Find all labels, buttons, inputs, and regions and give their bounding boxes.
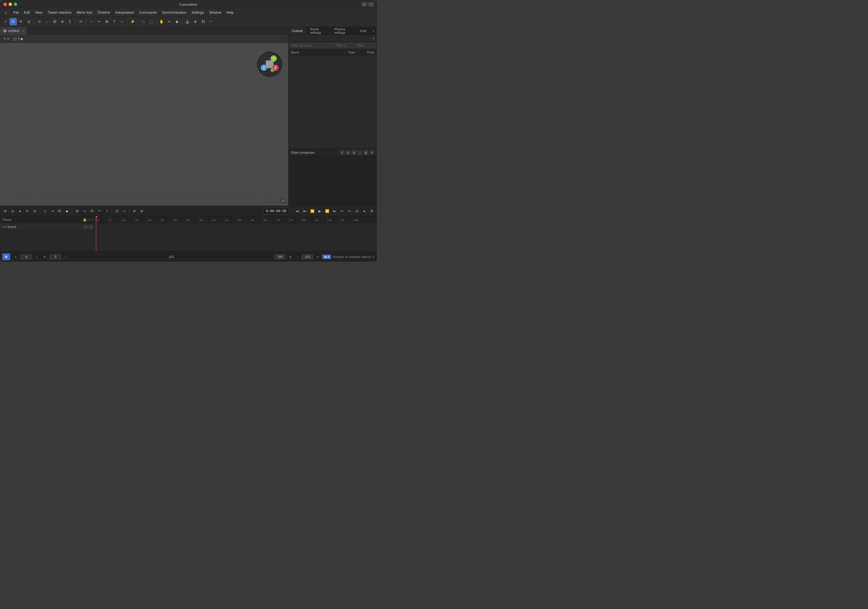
run-btn[interactable]: ⚡ — [129, 18, 136, 25]
hand-tool-btn[interactable]: ✋ — [158, 18, 165, 25]
filter-by-type-input[interactable] — [334, 43, 355, 48]
menu-edit[interactable]: Edit — [22, 10, 32, 15]
obj-prop-btn-1[interactable]: ⊞ — [339, 150, 344, 155]
eye-icon[interactable]: □ — [88, 218, 90, 222]
menu-view[interactable]: View — [33, 10, 45, 15]
connect-btn[interactable]: ⊕ — [192, 18, 199, 25]
frame-value-input[interactable] — [50, 254, 61, 260]
prev-frame-btn[interactable]: ⏪ — [309, 208, 316, 215]
tl-ik3-btn[interactable]: IK — [88, 208, 96, 215]
ik-status-btn[interactable]: IK — [2, 253, 10, 260]
filter-input-3[interactable] — [355, 43, 376, 48]
tl-settings-btn[interactable]: ⚙ — [2, 208, 9, 215]
chain-btn[interactable]: ⛓ — [199, 18, 207, 25]
arrow-tool-btn[interactable]: ↔ — [87, 18, 95, 25]
menu-window[interactable]: Window — [207, 10, 223, 15]
tab-close-btn[interactable]: × — [22, 29, 24, 32]
timeline-content[interactable] — [96, 223, 377, 251]
menu-commands[interactable]: Commands — [137, 10, 159, 15]
tl-ik-btn[interactable]: IK — [56, 208, 63, 215]
tl-split-btn[interactable]: ⇿ — [121, 208, 128, 215]
viewport-zoom-btn[interactable]: ⊞ — [280, 198, 286, 203]
menu-help[interactable]: Help — [224, 10, 236, 15]
next-frame-nav[interactable]: › — [63, 253, 69, 260]
panel-tabs-more[interactable]: » — [370, 28, 377, 34]
menu-file[interactable]: File — [11, 10, 21, 15]
sb-plus2-btn[interactable]: + — [314, 253, 321, 260]
minimize-button[interactable] — [9, 3, 12, 6]
home-menu[interactable]: ⌂ — [2, 9, 9, 16]
play-back-btn[interactable]: ⏮ — [294, 208, 301, 215]
viewport-tab[interactable]: untitled × — [0, 27, 28, 35]
tl-circle-btn[interactable]: ◎ — [9, 208, 16, 215]
tab-ever[interactable]: Ever — [357, 27, 370, 34]
layout-btn[interactable]: ⊞ — [361, 2, 367, 6]
tl-loop-btn[interactable]: ↻ — [24, 208, 31, 215]
magnet-btn[interactable]: ⊕ — [59, 18, 66, 25]
timeline-ruler[interactable]: 0 5 10 15 20 25 30 35 40 45 50 55 60 65 … — [96, 216, 377, 223]
z-axis-label[interactable]: Z — [261, 65, 267, 71]
tab-scene-settings[interactable]: Scene settings — [307, 27, 331, 34]
fps-input[interactable] — [274, 254, 286, 260]
menu-timeline[interactable]: Timeline — [95, 10, 112, 15]
viewport[interactable]: Y X Z ⊞ — [0, 43, 288, 206]
anchor-btn[interactable]: ⚓ — [184, 18, 191, 25]
tl-wave-btn[interactable]: 〜 — [96, 208, 103, 215]
curve-btn[interactable]: 〜 — [95, 18, 102, 25]
menu-settings[interactable]: Settings — [189, 10, 206, 15]
snap-btn[interactable]: ⟂ — [43, 18, 51, 25]
select-tool-btn[interactable]: ⤢ — [2, 18, 9, 25]
step-back-btn[interactable]: ⏭ — [301, 208, 308, 215]
scene-btn-1[interactable]: □ — [84, 224, 88, 229]
scissors-btn[interactable]: ✂ — [166, 18, 173, 25]
menu-mirror[interactable]: Mirror tool — [74, 10, 95, 15]
bbox-btn[interactable]: □ — [140, 18, 147, 25]
maximize-button[interactable] — [14, 3, 17, 6]
tl-crop-btn[interactable]: ⊡ — [113, 208, 120, 215]
lock-icon[interactable]: 🔒 — [83, 218, 87, 222]
sync-btn[interactable]: ⇄ — [353, 208, 360, 215]
close-button[interactable] — [3, 3, 7, 6]
panel-menu-btn[interactable]: ≡ — [372, 36, 375, 40]
frame-input[interactable] — [20, 254, 32, 260]
prev-frame-nav[interactable]: ‹ — [34, 253, 39, 260]
viewport-select-btn[interactable]: ↖ ▼ — [2, 36, 11, 42]
point-btn[interactable]: ◆ — [173, 18, 181, 25]
undo-btn[interactable]: ↺ — [77, 18, 84, 25]
sb-list-btn[interactable]: ≡ — [41, 253, 48, 260]
tl-record-btn[interactable]: ● — [17, 208, 23, 215]
obj-prop-btn-6[interactable]: ⊕ — [369, 150, 375, 155]
grid-btn[interactable]: ⊞ — [51, 18, 58, 25]
wave-btn[interactable]: 〰 — [207, 18, 214, 25]
menu-tween[interactable]: Tween machine — [45, 10, 74, 15]
play-btn[interactable]: ▶ — [316, 208, 323, 215]
select-icon[interactable]: □ — [91, 218, 93, 222]
menu-interpolation[interactable]: Interpolation — [113, 10, 136, 15]
tab-outliner[interactable]: Outliner — [288, 27, 307, 34]
next-frame-btn[interactable]: ⏩ — [324, 208, 330, 215]
rotate-tool-btn[interactable]: R — [17, 18, 25, 25]
frame-btn[interactable]: ⬚ — [147, 18, 155, 25]
toggle-btn[interactable]: ⏯ 0 — [322, 255, 331, 259]
sb-add-btn[interactable]: + — [12, 253, 19, 260]
loop-fwd-btn[interactable]: ↪ — [346, 208, 353, 215]
viewport-camera-btn[interactable]: 🎥 ▼ ▶ — [12, 36, 25, 42]
tl-clear-btn[interactable]: ⊘ — [31, 208, 38, 215]
filter-by-name-input[interactable] — [290, 43, 333, 48]
tl-arc-btn[interactable]: ⤴ — [104, 208, 110, 215]
scene-btn-2[interactable]: □ — [88, 224, 93, 229]
tl-snap-btn[interactable]: ⊞ — [74, 208, 81, 215]
y-axis-label[interactable]: Y — [270, 56, 277, 62]
tl-gear2-btn[interactable]: ⚙ — [368, 208, 375, 215]
frame-end-input[interactable] — [302, 254, 313, 260]
tl-mirror-btn[interactable]: ⇄ — [138, 208, 145, 215]
target-tool-btn[interactable]: ◎ — [25, 18, 32, 25]
play-fwd-btn[interactable]: ⏭ — [331, 208, 338, 215]
figure-btn[interactable]: 🚶 — [66, 18, 74, 25]
loop-back-btn[interactable]: ↩ — [338, 208, 346, 215]
tl-forward-btn[interactable]: ⇥ — [49, 208, 56, 215]
pin-btn[interactable]: ⊠ — [103, 18, 110, 25]
sb-nav-right[interactable]: › — [295, 253, 301, 260]
scene-row[interactable]: + + Scene □ □ — [0, 223, 96, 230]
obj-prop-btn-3[interactable]: ⊠ — [351, 150, 356, 155]
